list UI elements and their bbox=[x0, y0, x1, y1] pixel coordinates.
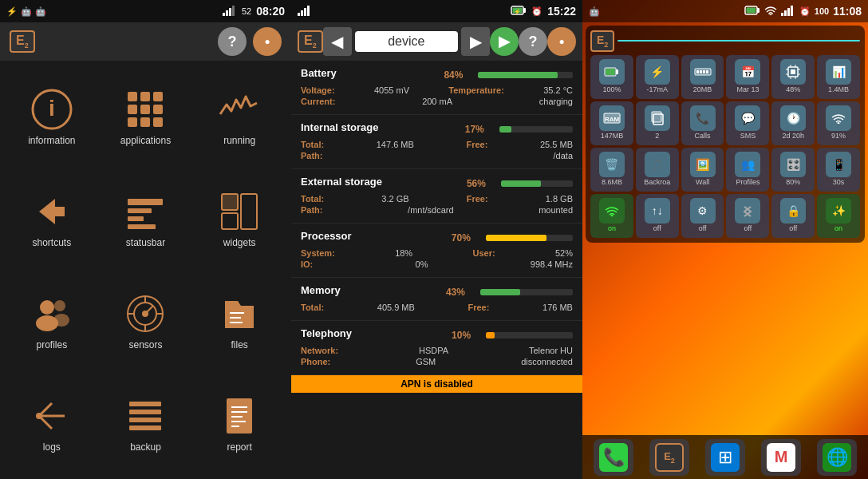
toggle-star[interactable]: ✨ on bbox=[817, 194, 860, 238]
internal-row-2: Path: /data bbox=[301, 151, 573, 160]
gmail-dock-icon: M bbox=[767, 443, 795, 472]
svg-rect-52 bbox=[298, 13, 300, 16]
files-label: files bbox=[231, 339, 247, 350]
menu-item-widgets[interactable]: widgets bbox=[194, 169, 285, 268]
widget-profiles[interactable]: 👥 Profiles bbox=[726, 148, 769, 192]
middle-panel: ⚡ ⏰ 15:22 E2 ◀ device ▶ ▶ ? ● Battery 84… bbox=[291, 0, 582, 479]
ext-mounted-val: mounted bbox=[539, 205, 573, 215]
dock-windows[interactable]: ⊞ bbox=[705, 439, 745, 476]
menu-item-profiles[interactable]: profiles bbox=[6, 271, 97, 370]
widget-wallpaper[interactable]: 🖼️ Wall bbox=[681, 148, 724, 192]
external-title: External storage bbox=[301, 176, 382, 188]
status-bar-right: 🤖 bbox=[582, 0, 868, 22]
widget-copy[interactable]: 2 bbox=[636, 101, 679, 145]
battery-progress-fill bbox=[478, 72, 558, 78]
settings-button-left[interactable]: ● bbox=[253, 27, 282, 56]
sliders-widget-icon: 🎛️ bbox=[780, 152, 806, 177]
current-widget-label: -17mA bbox=[646, 86, 668, 94]
wifi-icon-right bbox=[764, 6, 777, 17]
menu-item-information[interactable]: i information bbox=[6, 67, 97, 166]
menu-item-applications[interactable]: applications bbox=[101, 67, 191, 166]
svg-rect-18 bbox=[128, 224, 156, 229]
menu-item-logs[interactable]: logs bbox=[6, 374, 97, 473]
current-key: Current: bbox=[301, 97, 335, 106]
volume-widget-label: 80% bbox=[786, 179, 800, 187]
memory-percent-label: 43% bbox=[446, 287, 474, 298]
svg-rect-48 bbox=[231, 411, 247, 413]
widget-uptime[interactable]: 🕐 2d 20h bbox=[771, 101, 815, 145]
mem-total-key: Total: bbox=[301, 303, 324, 312]
bottom-dock: 📞 E2 ⊞ M 🌐 bbox=[582, 435, 868, 479]
toggle-bluetooth[interactable]: off bbox=[726, 194, 769, 238]
menu-item-statusbar[interactable]: statusbar bbox=[101, 169, 191, 268]
widget-ram[interactable]: RAM 147MB bbox=[590, 101, 633, 145]
svg-line-34 bbox=[145, 306, 153, 314]
next-button[interactable]: ▶ bbox=[461, 27, 490, 56]
device-info-scroll[interactable]: Battery 84% Voltage: 4055 mV Temperature… bbox=[291, 61, 582, 479]
carrier-val: Telenor HU bbox=[529, 346, 573, 355]
battery-row-2: Current: 200 mA charging bbox=[301, 97, 573, 106]
widget-volume[interactable]: 🎛️ 80% bbox=[771, 148, 815, 192]
timeout-widget-label: 30s bbox=[833, 179, 845, 187]
svg-rect-62 bbox=[746, 8, 756, 14]
user-val: 52% bbox=[555, 248, 573, 258]
menu-item-running[interactable]: running bbox=[194, 67, 285, 166]
e2-dock-icon: E2 bbox=[655, 443, 684, 472]
help-button-mid[interactable]: ? bbox=[519, 27, 547, 56]
menu-item-files[interactable]: files bbox=[194, 271, 285, 370]
help-button-left[interactable]: ? bbox=[218, 27, 247, 56]
widget-sms[interactable]: 💬 SMS bbox=[726, 101, 769, 145]
dock-gmail[interactable]: M bbox=[761, 439, 801, 476]
clock-widget-icon: 🕐 bbox=[780, 105, 806, 131]
widget-data[interactable]: 📊 1.4MB bbox=[817, 55, 860, 99]
statusbar-label: statusbar bbox=[126, 237, 165, 248]
app-logo-mid: E2 bbox=[298, 30, 323, 53]
svg-rect-9 bbox=[128, 105, 137, 114]
external-row-1: Total: 3.2 GB Free: 1.8 GB bbox=[301, 194, 573, 204]
dock-phone[interactable]: 📞 bbox=[594, 439, 633, 476]
menu-item-report[interactable]: report bbox=[194, 374, 285, 473]
widget-wifi-strength[interactable]: 91% bbox=[817, 101, 860, 145]
svg-rect-7 bbox=[140, 92, 150, 101]
data-widget-label: 1.4MB bbox=[828, 86, 849, 94]
svg-rect-73 bbox=[700, 70, 702, 73]
widget-cpu[interactable]: 48% bbox=[771, 55, 815, 99]
int-path-key: Path: bbox=[301, 151, 323, 160]
svg-rect-12 bbox=[128, 117, 137, 127]
widget-storage-used[interactable]: 🗑️ 8.6MB bbox=[590, 148, 633, 192]
ram-widget-icon: RAM bbox=[599, 105, 625, 131]
widget-memory-mb[interactable]: 20MB bbox=[681, 55, 724, 99]
svg-rect-43 bbox=[129, 410, 161, 414]
processor-percent-label: 70% bbox=[452, 232, 479, 243]
toggle-usb[interactable]: ⚙ off bbox=[681, 194, 724, 238]
processor-section: Processor 70% System: 18% User: 52% IO: … bbox=[291, 224, 582, 278]
widget-screen-timeout[interactable]: 📱 30s bbox=[817, 148, 860, 192]
memory-widget-icon bbox=[690, 59, 716, 85]
widget-date[interactable]: 📅 Mar 13 bbox=[726, 55, 769, 99]
toggle-upload[interactable]: ↑↓ off bbox=[636, 194, 679, 238]
svg-rect-17 bbox=[128, 216, 144, 221]
e2-dock-label: E2 bbox=[664, 450, 675, 465]
battery-title: Battery bbox=[301, 67, 337, 79]
backup-label: backup bbox=[130, 441, 161, 453]
menu-item-backup[interactable]: backup bbox=[101, 374, 191, 473]
widget-current[interactable]: ⚡ -17mA bbox=[636, 55, 679, 99]
toggle-lock[interactable]: 🔒 off bbox=[771, 194, 815, 238]
menu-item-sensors[interactable]: sensors bbox=[101, 271, 191, 370]
dock-globe[interactable]: 🌐 bbox=[817, 439, 857, 476]
play-button[interactable]: ▶ bbox=[490, 27, 519, 56]
toggle-wifi[interactable]: on bbox=[590, 194, 633, 238]
ext-free-val: 1.8 GB bbox=[546, 194, 573, 204]
settings-button-mid[interactable]: ● bbox=[547, 27, 576, 56]
calls-widget-icon: 📞 bbox=[690, 105, 716, 131]
widget-battery-percent[interactable]: 100% bbox=[590, 55, 633, 99]
nav-title: device bbox=[355, 31, 458, 52]
date-widget-label: Mar 13 bbox=[736, 86, 759, 94]
menu-item-shortcuts[interactable]: shortcuts bbox=[6, 169, 97, 268]
prev-button[interactable]: ◀ bbox=[323, 27, 352, 56]
svg-point-26 bbox=[53, 314, 69, 327]
dock-e2[interactable]: E2 bbox=[649, 439, 689, 476]
widget-calls[interactable]: 📞 Calls bbox=[681, 101, 724, 145]
sys-val: 18% bbox=[395, 248, 412, 258]
widget-music[interactable]: 🎵 Backroa bbox=[636, 148, 679, 192]
